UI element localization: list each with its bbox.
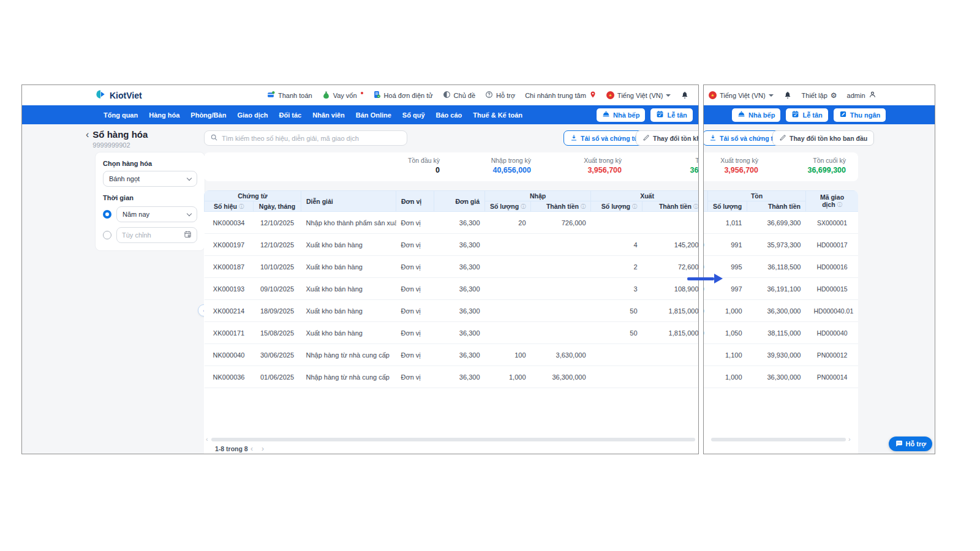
table-row[interactable]: NK00004030/06/2025Nhập hàng từ nhà cung … <box>205 344 699 366</box>
cell-ton-so-luong: 1,000 <box>708 300 747 322</box>
page-title: Sổ hàng hóa <box>92 129 148 140</box>
cell-xuat-thanh-tien: 1,815,000 <box>643 322 698 344</box>
nav-item-4[interactable]: Giao dịch <box>232 105 273 124</box>
time-custom-radio[interactable] <box>103 231 111 239</box>
table-row[interactable]: XK00018710/10/2025Xuất kho bán hàngĐơn v… <box>205 256 699 278</box>
nav-item-1[interactable]: Tổng quan <box>98 105 143 124</box>
einvoice-menu-item[interactable]: Hoá đơn điện tử <box>373 91 433 100</box>
cell-xuat-so-luong: 2 <box>591 256 643 278</box>
col-inflow-amount: Thành tiềnⓘ <box>531 201 591 212</box>
pagination-next[interactable]: › <box>262 444 264 453</box>
cell-xuat-so-luong: 50 <box>591 300 643 322</box>
cell-xuat-thanh-tien <box>643 366 698 388</box>
table-row[interactable]: XK00019712/10/2025Xuất kho bán hàngĐơn v… <box>205 234 699 256</box>
download-ledger-button[interactable]: Tải sổ và chứng từ <box>564 130 646 146</box>
main-nav: Nhà bếpLễ tânThu ngân <box>704 105 935 124</box>
product-filter-label: Chọn hàng hóa <box>103 160 197 167</box>
change-initial-stock-button[interactable]: Thay đổi tồn kho ban đầu <box>636 130 698 146</box>
cell-nhap-so-luong: 100 <box>485 344 531 366</box>
scroll-right-arrow[interactable]: › <box>848 435 851 443</box>
quick-button-label: Thu ngân <box>850 111 881 119</box>
table-row[interactable]: XK00021418/09/2025Xuất kho bán hàngĐơn v… <box>205 300 699 322</box>
cell-ton-so-luong: 1,011 <box>708 212 747 234</box>
nav-item-3[interactable]: Phòng/Bàn <box>185 105 232 124</box>
theme-menu-item[interactable]: Chủ đề <box>443 91 475 100</box>
summary-value: 0 <box>348 166 440 174</box>
kitchen-button[interactable]: Nhà bếp <box>597 108 645 122</box>
ledger-table-card: Tồn Mã giao dịchⓘ Số lượng Thành tiền 1,… <box>704 190 858 454</box>
quick-button-label: Nhà bếp <box>748 111 775 119</box>
table-row[interactable]: 1,01136,699,300SX000001 <box>704 212 858 234</box>
reception-button[interactable]: Lễ tân <box>650 108 692 122</box>
time-preset-radio[interactable] <box>103 210 111 219</box>
cell-xuat-so-luong: 50 <box>591 322 643 344</box>
cell-xuat-so-luong <box>591 212 643 234</box>
cell-xuat-so-luong <box>591 366 643 388</box>
pagination-prev[interactable]: ‹ <box>251 444 253 453</box>
time-custom-input[interactable] <box>122 231 171 239</box>
admin-menu-item[interactable]: admin <box>847 91 876 100</box>
reception-button[interactable]: Lễ tân <box>786 108 827 122</box>
search-input[interactable] <box>222 135 401 142</box>
summary-label: Tồn đầu kỳ <box>348 157 440 164</box>
horizontal-scrollbar[interactable] <box>711 438 846 441</box>
nav-item-9[interactable]: Báo cáo <box>431 105 468 124</box>
nav-item-2[interactable]: Hàng hóa <box>143 105 185 124</box>
loan-menu-item[interactable]: Vay vốn <box>322 91 363 100</box>
table-row[interactable]: 1,00036,300,000PN000014 <box>704 366 858 388</box>
payment-menu-item[interactable]: Thanh toán <box>267 91 312 100</box>
summary-label: Tồn cuối kỳ <box>778 157 846 164</box>
help-menu-item[interactable]: Hỗ trợ <box>485 91 515 100</box>
summary-label: Xuất trong kỳ <box>530 157 622 164</box>
table-row[interactable]: 01,00036,300,000HD000040.01 <box>704 300 858 322</box>
kitchen-button[interactable]: Nhà bếp <box>732 108 780 122</box>
summary-bar: Tồn đầu kỳ0Nhập trong kỳ40,656,000Xuất t… <box>204 152 698 181</box>
table-row[interactable]: NK00003601/06/2025Nhập hàng từ nhà cung … <box>205 366 699 388</box>
cell-xuat-thanh-tien <box>643 212 698 234</box>
horizontal-scrollbar[interactable] <box>211 438 695 441</box>
time-preset-select[interactable]: Năm nay <box>116 206 197 222</box>
col-outflow-qty: Số lượngⓘ <box>591 201 643 212</box>
language-selector[interactable]: ★Tiếng Việt (VN) <box>606 91 671 99</box>
table-row[interactable]: 099736,191,100HD000015 <box>704 278 858 300</box>
language-selector[interactable]: ★Tiếng Việt (VN) <box>709 91 774 99</box>
back-button[interactable]: ‹ <box>86 129 89 140</box>
bell-icon <box>783 91 792 100</box>
cell-nhap-so-luong <box>485 256 531 278</box>
support-button[interactable]: Hỗ trợ <box>889 437 932 451</box>
chevron-down-icon <box>666 94 671 97</box>
nav-item-10[interactable]: Thuế & Kế toán <box>467 105 528 124</box>
cashier-button[interactable]: Thu ngân <box>834 108 886 122</box>
nav-item-6[interactable]: Nhân viên <box>307 105 350 124</box>
table-row[interactable]: 099135,973,300HD000017 <box>704 234 858 256</box>
cell-so-hieu: XK000214 <box>205 300 254 322</box>
kiotviet-logo[interactable]: KiotViet <box>94 88 142 103</box>
table-row[interactable]: XK00019309/10/2025Xuất kho bán hàngĐơn v… <box>205 278 699 300</box>
branch-menu-item[interactable]: Chi nhánh trung tâm <box>525 91 597 100</box>
cell-nhap-so-luong <box>485 300 531 322</box>
col-outflow-amount: Thành tiềnⓘ <box>643 201 698 212</box>
nav-item-5[interactable]: Đối tác <box>274 105 307 124</box>
nav-item-7[interactable]: Bán Online <box>350 105 397 124</box>
table-row[interactable]: XK00017115/08/2025Xuất kho bán hàngĐơn v… <box>205 322 699 344</box>
product-select[interactable]: Bánh ngọt <box>103 171 197 187</box>
quick-button-label: Nhà bếp <box>613 111 639 119</box>
settings-menu-item[interactable]: Thiết lập⚙ <box>802 91 837 100</box>
col-doc-number: Số hiệuⓘ <box>205 201 254 212</box>
scroll-left-arrow[interactable]: ‹ <box>206 435 208 443</box>
table-row[interactable]: 1,10039,930,000PN000012 <box>704 344 858 366</box>
nav-item-8[interactable]: Sổ quỹ <box>397 105 431 124</box>
cell-nhap-thanh-tien <box>531 322 591 344</box>
table-row[interactable]: NK00003412/10/2025Nhập kho thành phẩm sả… <box>205 212 699 234</box>
info-icon: ⓘ <box>239 204 244 209</box>
payment-icon <box>267 91 275 100</box>
theme-icon <box>443 91 451 100</box>
cashier-button[interactable]: Thu ngân <box>698 108 699 122</box>
change-initial-stock-button[interactable]: Thay đổi tồn kho ban đầu <box>772 130 874 146</box>
table-row[interactable]: 01,05038,115,000HD000040 <box>704 322 858 344</box>
table-row[interactable]: 099536,118,500HD000016 <box>704 256 858 278</box>
notifications-button[interactable] <box>783 91 792 100</box>
cell-xuat-thanh-tien: 145,200 <box>643 234 698 256</box>
cell-dien-giai: Xuất kho bán hàng <box>301 300 396 322</box>
notifications-button[interactable] <box>680 91 689 100</box>
